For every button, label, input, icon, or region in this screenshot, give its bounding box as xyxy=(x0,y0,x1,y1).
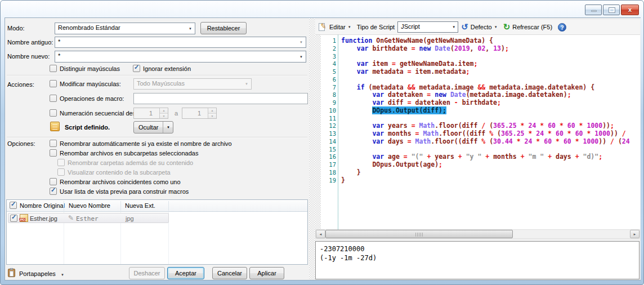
code-text: var months = Math.floor((diff % (365.25 … xyxy=(341,130,626,138)
option-label: Renombrar carpetas además de su contenid… xyxy=(68,159,193,166)
maximize-icon xyxy=(609,8,615,12)
macro-operations-input[interactable] xyxy=(133,93,308,104)
help-icon: ? xyxy=(558,23,566,32)
checkbox-box: ✓ xyxy=(50,95,57,102)
option-label: Renombrar archivos coincidentes como uno xyxy=(60,179,181,185)
accept-button[interactable]: Aceptar xyxy=(167,267,204,279)
mode-combobox[interactable]: Renombrado Estándar ▼ xyxy=(55,23,195,34)
sequence-from-spinner: 1 ▲ ▼ xyxy=(133,108,168,119)
titlebar[interactable]: x xyxy=(1,1,643,17)
refresh-button[interactable]: ↻ Refrescar (F5) xyxy=(500,23,555,31)
code-text: var days = Math.floor((diff % (30.44 * 2… xyxy=(341,138,630,146)
chevron-down-icon: ▼ xyxy=(299,41,303,44)
line-number: 13 xyxy=(321,130,336,138)
close-button[interactable]: x xyxy=(621,5,639,15)
default-menu-button[interactable]: ↺ Defecto ▼ xyxy=(458,23,500,31)
chevron-down-icon: ▼ xyxy=(348,25,351,29)
splitter-handle[interactable] xyxy=(309,18,315,280)
edit-menu-button[interactable]: ✎ Editar ▼ xyxy=(315,23,354,32)
option-checkbox-5[interactable]: ✓Usar lista de vista previa para constru… xyxy=(50,188,189,195)
script-panel: ✎ Editar ▼ Tipo de Script JScript ▼ ↺ De… xyxy=(315,18,641,280)
chevron-down-icon: ▼ xyxy=(452,25,455,29)
scroll-right-icon[interactable]: ► xyxy=(630,230,639,238)
checkbox-box: ✓ xyxy=(50,109,57,117)
script-icon xyxy=(50,122,60,131)
chevron-down-icon: ▼ xyxy=(299,55,303,58)
line-number: 1 xyxy=(321,37,336,45)
new-name-label: Nombre nuevo: xyxy=(7,53,50,60)
script-type-combobox[interactable]: JScript ▼ xyxy=(397,21,458,33)
line-number: 10 xyxy=(321,107,336,115)
column-header-new-ext[interactable]: Nueva Ext. xyxy=(125,202,155,209)
help-button[interactable]: ? xyxy=(555,23,569,32)
script-output-log[interactable]: -2307210000 (-1y -1m -27d) xyxy=(315,241,639,279)
reset-button[interactable]: Restablecer xyxy=(200,22,247,34)
option-label: Renombrar automáticamente si ya existe e… xyxy=(60,140,232,147)
gutter-separator xyxy=(338,35,338,229)
clipboard-menu-button[interactable]: Portapapeles ▼ xyxy=(19,270,64,277)
apply-button[interactable]: Aplicar xyxy=(249,267,284,279)
line-number: 17 xyxy=(321,161,336,169)
scroll-left-icon[interactable]: ◄ xyxy=(316,230,325,238)
spin-down-icon: ▼ xyxy=(208,113,216,118)
line-number: 18 xyxy=(321,169,336,177)
code-text: var age = "(" + years + "y " + months + … xyxy=(341,153,602,161)
line-number: 6 xyxy=(321,76,336,84)
code-text: } xyxy=(341,177,345,185)
column-header-new-name[interactable]: Nuevo Nombre xyxy=(69,202,110,209)
option-checkbox-1[interactable]: ✓Renombar archivos en subcarpetas selecc… xyxy=(50,149,198,157)
dialog-client-area: Modo: Renombrado Estándar ▼ Restablecer … xyxy=(5,17,641,280)
close-icon: x xyxy=(621,6,638,13)
preview-table-header[interactable]: ✓ Nombre Original Nuevo Nombre Nueva Ext… xyxy=(7,200,307,212)
option-checkbox-4[interactable]: ✓Renombrar archivos coincidentes como un… xyxy=(50,178,181,185)
refresh-icon: ↻ xyxy=(503,23,511,31)
macro-operations-checkbox[interactable]: ✓ Operaciones de macro: xyxy=(50,95,124,102)
horizontal-scrollbar[interactable]: ◄ ► xyxy=(315,229,640,239)
refresh-label: Refrescar (F5) xyxy=(512,24,552,30)
minimize-button[interactable] xyxy=(585,5,602,15)
code-text: } xyxy=(341,169,361,177)
code-text: var birthdate = new Date(2019, 02, 13); xyxy=(341,45,509,53)
old-name-combobox[interactable]: * ▼ xyxy=(55,37,306,48)
chevron-down-icon: ▼ xyxy=(61,273,64,277)
select-all-checkbox[interactable]: ✓ xyxy=(10,202,17,209)
edit-icon: ✎ xyxy=(318,23,327,32)
option-checkbox-2: ✓Renombrar carpetas además de su conteni… xyxy=(57,159,193,166)
hide-script-button-label: Ocultar xyxy=(134,122,163,133)
option-checkbox-3: ✓Visualizar contenido de la subcarpeta xyxy=(57,168,171,176)
option-label: Visualizar contenido de la subcarpeta xyxy=(68,169,171,176)
modify-case-checkbox[interactable]: ✓ Modificar mayúsculas: xyxy=(50,80,121,87)
line-number: 5 xyxy=(321,68,336,76)
ignore-extension-checkbox[interactable]: ✓ Ignorar extensión xyxy=(133,65,191,72)
line-number: 11 xyxy=(321,115,336,123)
undo-button[interactable]: Deshacer xyxy=(129,267,165,279)
sequential-numbering-checkbox[interactable]: ✓ Numeración secuencial desde xyxy=(50,109,142,117)
line-number: 12 xyxy=(321,122,336,130)
spinner-buttons: ▲ ▼ xyxy=(159,108,168,118)
undo-icon: ↺ xyxy=(461,23,468,31)
new-name-combobox[interactable]: * ▼ xyxy=(55,51,306,63)
line-number: 19 xyxy=(321,177,336,185)
code-text: function OnGetNewName(getNewNameData) { xyxy=(341,37,493,45)
maximize-button[interactable] xyxy=(603,5,620,15)
match-case-checkbox[interactable]: ✓ Distinguir mayúsculas xyxy=(50,65,120,72)
table-row[interactable]: ✓ JPEG Esther.jpg ✎ Esther jpg xyxy=(8,213,169,223)
code-text: var diff = datetaken - birthdate; xyxy=(341,99,501,107)
code-editor[interactable]: 1function OnGetNewName(getNewNameData) {… xyxy=(315,35,640,229)
checkbox-box: ✓ xyxy=(50,80,57,87)
scrollbar-thumb[interactable] xyxy=(325,230,513,238)
chevron-down-icon[interactable]: ▼ xyxy=(163,122,173,133)
preview-table[interactable]: ✓ Nombre Original Nuevo Nombre Nueva Ext… xyxy=(6,199,308,265)
column-header-original[interactable]: Nombre Original xyxy=(20,202,65,209)
option-checkbox-0[interactable]: ✓Renombrar automáticamente si ya existe … xyxy=(50,140,232,147)
hide-script-split-button[interactable]: Ocultar ▼ xyxy=(133,121,173,133)
mode-value: Renombrado Estándar xyxy=(58,24,120,31)
mode-label: Modo: xyxy=(7,25,25,32)
sequence-to-value: 1 xyxy=(198,110,201,117)
cancel-button[interactable]: Cancelar xyxy=(212,267,247,279)
chevron-down-icon: ▼ xyxy=(189,26,192,30)
line-number: 14 xyxy=(321,138,336,146)
old-name-label: Nombre antiguo: xyxy=(7,39,53,46)
rename-dialog-window: x Modo: Renombrado Estándar ▼ Restablece… xyxy=(0,0,644,285)
row-checkbox[interactable]: ✓ xyxy=(10,215,17,222)
